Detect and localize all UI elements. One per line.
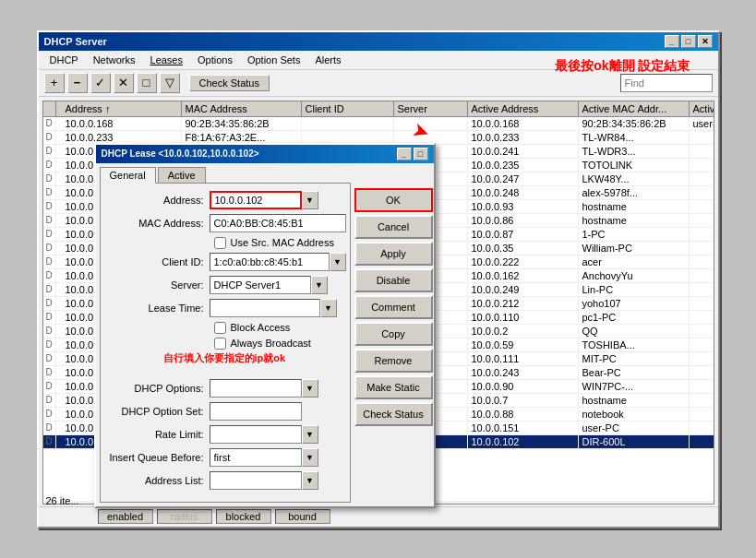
- menu-bar: DHCP Networks Leases Options Option Sets…: [39, 51, 718, 70]
- dialog-maximize-button[interactable]: □: [414, 148, 428, 160]
- tab-general[interactable]: General: [100, 167, 156, 184]
- copy-toolbar-button[interactable]: □: [137, 73, 157, 93]
- insert-queue-row: Insert Queue Before: ▼: [108, 448, 346, 467]
- window-title: DHCP Server: [44, 36, 107, 47]
- address-label: Address:: [108, 195, 210, 206]
- dialog-titlebar-buttons: _ □: [397, 148, 428, 160]
- address-row: Address: ▼: [108, 191, 346, 209]
- annotation-ip-text: 自行填入你要指定的ip就ok: [163, 351, 286, 365]
- col-client-id[interactable]: Client ID: [302, 101, 394, 116]
- client-id-dropdown-btn[interactable]: ▼: [330, 253, 346, 271]
- disable-button[interactable]: Disable: [354, 268, 433, 292]
- use-src-mac-label: Use Src. MAC Address: [231, 237, 334, 248]
- minimize-button[interactable]: _: [665, 35, 679, 48]
- table-row[interactable]: D10.0.0.16890:2B:34:35:86:2B10.0.0.16890…: [43, 117, 714, 131]
- check-button[interactable]: ✓: [90, 73, 111, 93]
- dhcp-lease-dialog: DHCP Lease <10.0.0.102,10.0.0.102> _ □ G…: [94, 143, 436, 508]
- address-field-group: ▼: [210, 191, 318, 209]
- use-src-mac-checkbox[interactable]: [214, 237, 226, 249]
- filter-button[interactable]: ▽: [160, 73, 180, 93]
- comment-button[interactable]: Comment: [354, 295, 433, 319]
- dhcp-options-label: DHCP Options:: [108, 383, 210, 394]
- table-header: Address ↑ MAC Address Client ID Server A…: [43, 101, 714, 117]
- add-button[interactable]: +: [44, 73, 65, 93]
- block-access-row: Block Access: [214, 322, 346, 334]
- col-active-addr[interactable]: Active Address: [468, 101, 579, 116]
- rate-limit-label: Rate Limit:: [108, 429, 210, 440]
- address-dropdown-btn[interactable]: ▼: [302, 191, 318, 209]
- dhcp-option-set-input[interactable]: [210, 402, 302, 421]
- server-label: Server:: [108, 279, 210, 291]
- block-access-checkbox[interactable]: [214, 322, 226, 334]
- x-button[interactable]: ✕: [114, 73, 134, 93]
- always-broadcast-checkbox[interactable]: [214, 338, 226, 350]
- dialog-form: Address: ▼ MAC Address: Use Src. MAC Add…: [100, 183, 351, 503]
- check-status-toolbar-button[interactable]: Check Status: [189, 75, 270, 91]
- find-box: [620, 74, 713, 92]
- menu-alerts[interactable]: Alerts: [307, 53, 348, 67]
- address-list-input[interactable]: [210, 471, 302, 490]
- insert-queue-label: Insert Queue Before:: [108, 452, 210, 463]
- toolbar: + − ✓ ✕ □ ▽ Check Status: [39, 70, 718, 97]
- client-id-input[interactable]: [210, 253, 330, 271]
- block-access-label: Block Access: [231, 322, 291, 333]
- dhcp-options-input[interactable]: [210, 379, 302, 398]
- dhcp-options-dropdown-btn[interactable]: ▼: [302, 379, 318, 398]
- dialog-tabs: General Active: [96, 163, 434, 183]
- col-active-host[interactable]: Active Hos...: [690, 101, 714, 116]
- menu-leases[interactable]: Leases: [143, 53, 190, 67]
- always-broadcast-row: Always Broadcast: [214, 338, 346, 350]
- address-list-dropdown-btn[interactable]: ▼: [302, 471, 318, 490]
- menu-option-sets[interactable]: Option Sets: [240, 53, 307, 67]
- items-count: 26 ite...: [46, 495, 79, 506]
- dhcp-options-row: DHCP Options: ▼: [108, 379, 346, 398]
- apply-button[interactable]: Apply: [354, 242, 433, 266]
- statusbar: 26 ite... enabled radius blocked bound: [39, 506, 718, 527]
- titlebar: DHCP Server _ □ ✕: [39, 32, 718, 51]
- remove-toolbar-button[interactable]: −: [67, 73, 88, 93]
- lease-time-input[interactable]: [210, 299, 320, 317]
- menu-networks[interactable]: Networks: [86, 53, 143, 67]
- lease-time-label: Lease Time:: [108, 303, 210, 314]
- mac-address-input[interactable]: [210, 214, 346, 232]
- ok-button[interactable]: OK: [354, 188, 433, 212]
- make-static-button[interactable]: Make Static: [354, 375, 433, 399]
- client-id-row: Client ID: ▼: [108, 253, 346, 271]
- insert-queue-input[interactable]: [210, 448, 302, 467]
- dialog-minimize-button[interactable]: _: [397, 148, 412, 160]
- mac-address-label: MAC Address:: [108, 218, 210, 229]
- col-server[interactable]: Server: [394, 101, 468, 116]
- server-field-group: ▼: [210, 276, 328, 294]
- dhcp-option-set-row: DHCP Option Set:: [108, 402, 346, 421]
- server-input[interactable]: [210, 276, 311, 294]
- insert-queue-dropdown-btn[interactable]: ▼: [302, 448, 318, 467]
- col-active-mac[interactable]: Active MAC Addr...: [579, 101, 690, 116]
- rate-limit-row: Rate Limit: ▼: [108, 425, 346, 444]
- address-list-row: Address List: ▼: [108, 471, 346, 490]
- close-button[interactable]: ✕: [698, 35, 713, 48]
- rate-limit-dropdown-btn[interactable]: ▼: [302, 425, 318, 444]
- tab-active[interactable]: Active: [158, 167, 206, 183]
- find-input[interactable]: [620, 74, 713, 92]
- address-input[interactable]: [210, 191, 302, 209]
- mac-address-row: MAC Address:: [108, 214, 346, 232]
- maximize-button[interactable]: □: [681, 35, 696, 48]
- dhcp-option-set-label: DHCP Option Set:: [108, 406, 210, 417]
- lease-time-dropdown-btn[interactable]: ▼: [320, 299, 337, 317]
- remove-button[interactable]: Remove: [354, 349, 433, 373]
- server-dropdown-btn[interactable]: ▼: [311, 276, 328, 294]
- status-radius: radius: [157, 509, 212, 524]
- menu-dhcp[interactable]: DHCP: [42, 53, 86, 67]
- lease-time-row: Lease Time: ▼: [108, 299, 346, 317]
- server-row: Server: ▼: [108, 276, 346, 294]
- check-status-dialog-button[interactable]: Check Status: [354, 402, 433, 426]
- col-flag: [43, 101, 56, 116]
- dialog-titlebar: DHCP Lease <10.0.0.102,10.0.0.102> _ □: [96, 145, 434, 163]
- copy-button[interactable]: Copy: [354, 322, 433, 346]
- col-address[interactable]: Address ↑: [62, 101, 182, 116]
- menu-options[interactable]: Options: [190, 53, 240, 67]
- cancel-button[interactable]: Cancel: [354, 215, 433, 239]
- use-src-mac-row: Use Src. MAC Address: [214, 237, 346, 249]
- rate-limit-input[interactable]: [210, 425, 302, 444]
- col-mac[interactable]: MAC Address: [182, 101, 302, 116]
